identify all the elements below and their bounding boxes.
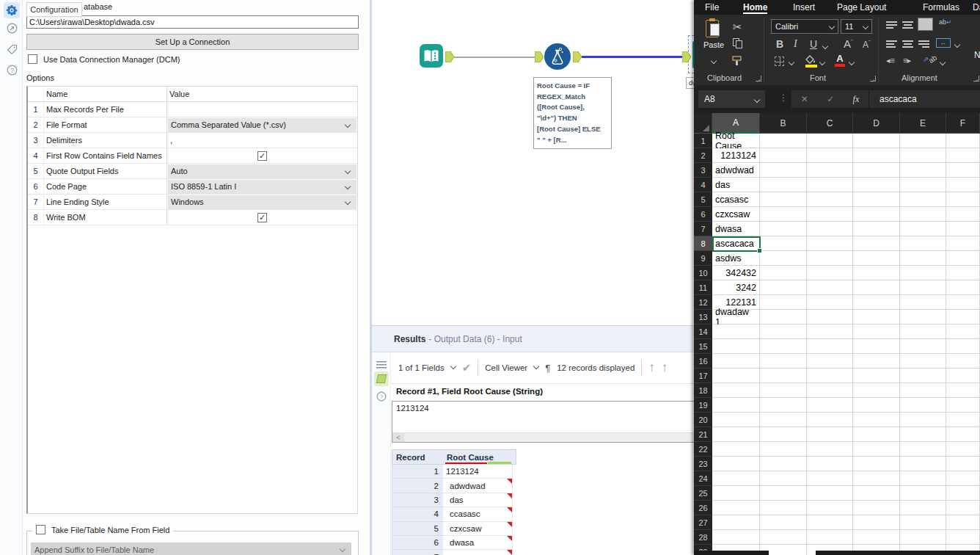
cell-D21[interactable] (853, 427, 900, 442)
cell-C1[interactable] (807, 134, 853, 148)
cell-E15[interactable] (900, 339, 946, 354)
cell-B24[interactable] (760, 471, 807, 486)
cell-F27[interactable] (946, 515, 980, 530)
cell-C10[interactable] (807, 266, 853, 280)
cell-C3[interactable] (807, 163, 853, 178)
row-header-10[interactable]: 10 (694, 266, 712, 280)
cell-E21[interactable] (900, 427, 946, 442)
cell-B14[interactable] (760, 324, 807, 339)
font-color-button[interactable]: A (835, 54, 845, 67)
cell-D3[interactable] (853, 163, 900, 178)
whitespace-toggle-icon[interactable]: ¶ (545, 363, 550, 374)
cell-C19[interactable] (807, 398, 853, 413)
cell-C28[interactable] (807, 530, 853, 545)
cell-E1[interactable] (900, 134, 946, 148)
cell-F17[interactable] (946, 369, 980, 383)
cell-F14[interactable] (946, 324, 980, 339)
cell-F12[interactable] (946, 295, 980, 310)
cell-B27[interactable] (760, 515, 807, 530)
name-box[interactable]: A8 (698, 90, 765, 108)
cell-C17[interactable] (807, 369, 853, 383)
font-dialog-launcher-icon[interactable] (870, 76, 876, 81)
cell-A10[interactable]: 342432 (712, 266, 760, 280)
cell-E24[interactable] (900, 471, 946, 486)
font-size-combo[interactable]: 11 (841, 19, 872, 34)
scroll-down-icon[interactable]: ↑ (662, 360, 668, 375)
fill-color-button[interactable] (805, 55, 817, 68)
cell-A9[interactable]: asdws (712, 251, 760, 266)
cell-C20[interactable] (807, 413, 853, 427)
orientation-button[interactable]: ⇗ab (923, 55, 937, 63)
column-header-F[interactable]: F (946, 113, 980, 134)
cell-F2[interactable] (946, 148, 980, 163)
cell-C26[interactable] (807, 501, 853, 515)
formula-bar-input[interactable]: ascacaca (869, 90, 980, 108)
cell-viewer-dropdown[interactable]: Cell Viewer (485, 363, 527, 372)
insert-function-icon[interactable]: fx (853, 94, 860, 105)
cell-A22[interactable] (712, 442, 760, 457)
option-dropdown[interactable]: Windows (168, 195, 356, 209)
cell-B19[interactable] (760, 398, 807, 413)
cell-D6[interactable] (853, 207, 900, 222)
cell-A26[interactable] (712, 501, 760, 515)
suffix-dropdown[interactable]: Append Suffix to File/Table Name (31, 543, 351, 555)
cell-A20[interactable] (712, 413, 760, 427)
column-header-C[interactable]: C (807, 113, 853, 134)
cell-D13[interactable] (853, 310, 900, 324)
dcm-checkbox-row[interactable]: Use Data Connection Manager (DCM) (28, 54, 180, 64)
cell-A7[interactable]: dwasa (712, 222, 760, 236)
cell-D17[interactable] (853, 369, 900, 383)
cancel-icon[interactable]: ✕ (801, 94, 808, 104)
row-header-11[interactable]: 11 (694, 280, 712, 295)
row-header-14[interactable]: 14 (694, 324, 712, 339)
cell-B15[interactable] (760, 339, 807, 354)
cell-C7[interactable] (807, 222, 853, 236)
cell-D19[interactable] (853, 398, 900, 413)
cell-A13[interactable]: dwadaw 1 (712, 310, 760, 324)
row-header-5[interactable]: 5 (694, 192, 712, 207)
row-header-22[interactable]: 22 (694, 442, 712, 457)
cell-D22[interactable] (853, 442, 900, 457)
option-checkbox[interactable]: ✓ (257, 151, 267, 161)
row-header-17[interactable]: 17 (694, 369, 712, 383)
cell-E26[interactable] (900, 501, 946, 515)
help-icon[interactable]: ? (4, 62, 20, 78)
record-column-header[interactable]: Record (392, 450, 444, 464)
cell-C14[interactable] (807, 324, 853, 339)
cell-D1[interactable] (853, 134, 900, 148)
cell-D12[interactable] (853, 295, 900, 310)
cell-E9[interactable] (900, 251, 946, 266)
cell-E17[interactable] (900, 369, 946, 383)
table-row[interactable]: 7ascacaca (392, 550, 516, 555)
cell-A6[interactable]: czxcsaw (712, 207, 760, 222)
cell-C6[interactable] (807, 207, 853, 222)
ribbon-tab-home[interactable]: Home (743, 1, 767, 14)
workflow-canvas[interactable]: dw Root Cause = IFREGEX_Match([Root Caus… (370, 0, 694, 325)
row-header-26[interactable]: 26 (694, 501, 712, 515)
metadata-list-icon[interactable] (376, 360, 387, 369)
cell-B22[interactable] (760, 442, 807, 457)
shrink-font-button[interactable]: Aˇ (863, 39, 871, 50)
cell-C18[interactable] (807, 383, 853, 398)
ribbon-tab-insert[interactable]: Insert (793, 1, 815, 14)
cell-B6[interactable] (760, 207, 807, 222)
cell-C15[interactable] (807, 339, 853, 354)
cell-C8[interactable] (807, 236, 853, 251)
row-header-12[interactable]: 12 (694, 295, 712, 310)
cell-B16[interactable] (760, 354, 807, 369)
ribbon-tab-file[interactable]: File (705, 1, 719, 14)
cell-A27[interactable] (712, 515, 760, 530)
setup-connection-button[interactable]: Set Up a Connection (26, 34, 359, 50)
cell-B9[interactable] (760, 251, 807, 266)
decrease-indent-button[interactable]: ◂≡ (886, 56, 894, 65)
cell-E2[interactable] (900, 148, 946, 163)
cell-A24[interactable] (712, 471, 760, 486)
select-all-corner[interactable] (694, 113, 712, 134)
formula-tool[interactable] (544, 43, 571, 70)
cell-B23[interactable] (760, 457, 807, 471)
input-data-tool[interactable] (420, 44, 443, 68)
font-name-combo[interactable]: Calibri (771, 19, 838, 34)
alignment-dialog-launcher-icon[interactable] (973, 76, 979, 81)
cell-F1[interactable] (946, 134, 980, 148)
row-header-6[interactable]: 6 (694, 207, 712, 222)
